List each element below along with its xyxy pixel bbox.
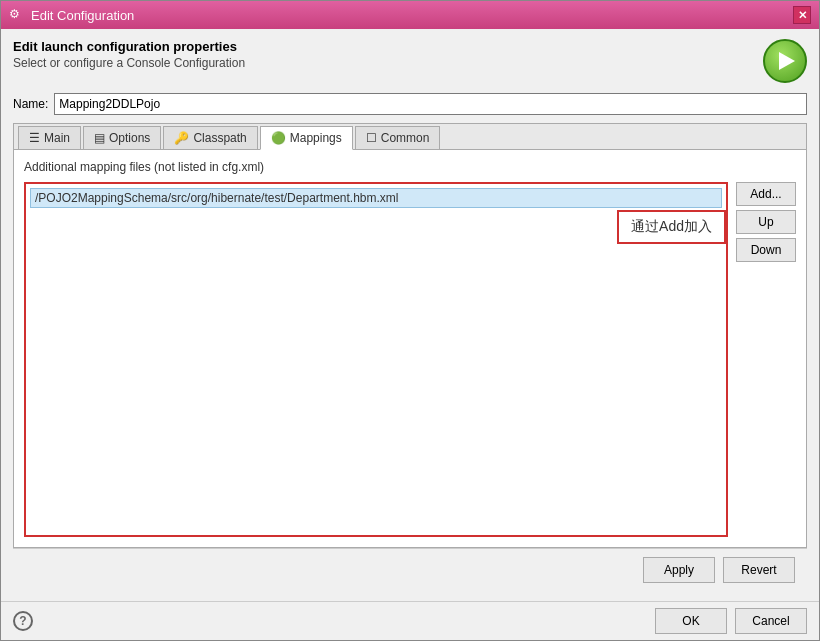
list-item[interactable]: /POJO2MappingSchema/src/org/hibernate/te… xyxy=(30,188,722,208)
tab-content-mappings: Additional mapping files (not listed in … xyxy=(14,150,806,547)
header-subtext: Select or configure a Console Configurat… xyxy=(13,56,245,70)
section-label: Additional mapping files (not listed in … xyxy=(24,160,796,174)
title-bar-left: ⚙ Edit Configuration xyxy=(9,7,134,23)
close-button[interactable]: ✕ xyxy=(793,6,811,24)
tabs-container: ☰ Main ▤ Options 🔑 Classpath 🟢 Mappings … xyxy=(13,123,807,548)
tabs-bar: ☰ Main ▤ Options 🔑 Classpath 🟢 Mappings … xyxy=(14,124,806,150)
tab-options-label: Options xyxy=(109,131,150,145)
run-button[interactable] xyxy=(763,39,807,83)
add-button[interactable]: Add... xyxy=(736,182,796,206)
footer-right-buttons: OK Cancel xyxy=(655,608,807,634)
run-triangle-icon xyxy=(779,52,795,70)
classpath-icon: 🔑 xyxy=(174,131,189,145)
mapping-buttons: Add... Up Down xyxy=(736,182,796,537)
tab-classpath-label: Classpath xyxy=(193,131,246,145)
header-section: Edit launch configuration properties Sel… xyxy=(13,39,807,83)
name-row: Name: xyxy=(13,93,807,115)
mappings-icon: 🟢 xyxy=(271,131,286,145)
tab-main-label: Main xyxy=(44,131,70,145)
gear-icon: ⚙ xyxy=(9,7,25,23)
revert-button[interactable]: Revert xyxy=(723,557,795,583)
tab-main[interactable]: ☰ Main xyxy=(18,126,81,149)
common-icon: ☐ xyxy=(366,131,377,145)
title-bar: ⚙ Edit Configuration ✕ xyxy=(1,1,819,29)
tab-options[interactable]: ▤ Options xyxy=(83,126,161,149)
dialog-title: Edit Configuration xyxy=(31,8,134,23)
ok-button[interactable]: OK xyxy=(655,608,727,634)
edit-configuration-dialog: ⚙ Edit Configuration ✕ Edit launch confi… xyxy=(0,0,820,641)
name-label: Name: xyxy=(13,97,48,111)
tab-mappings-label: Mappings xyxy=(290,131,342,145)
header-heading: Edit launch configuration properties xyxy=(13,39,245,54)
tab-classpath[interactable]: 🔑 Classpath xyxy=(163,126,257,149)
up-button[interactable]: Up xyxy=(736,210,796,234)
help-button[interactable]: ? xyxy=(13,611,33,631)
options-icon: ▤ xyxy=(94,131,105,145)
cancel-button[interactable]: Cancel xyxy=(735,608,807,634)
tab-common-label: Common xyxy=(381,131,430,145)
tab-common[interactable]: ☐ Common xyxy=(355,126,441,149)
apply-button[interactable]: Apply xyxy=(643,557,715,583)
tooltip-add: 通过Add加入 xyxy=(617,210,726,244)
bottom-buttons: Apply Revert xyxy=(13,548,807,591)
main-icon: ☰ xyxy=(29,131,40,145)
header-text: Edit launch configuration properties Sel… xyxy=(13,39,245,70)
footer-bar: ? OK Cancel xyxy=(1,601,819,640)
name-input[interactable] xyxy=(54,93,807,115)
down-button[interactable]: Down xyxy=(736,238,796,262)
tab-mappings[interactable]: 🟢 Mappings xyxy=(260,126,353,150)
dialog-body: Edit launch configuration properties Sel… xyxy=(1,29,819,601)
